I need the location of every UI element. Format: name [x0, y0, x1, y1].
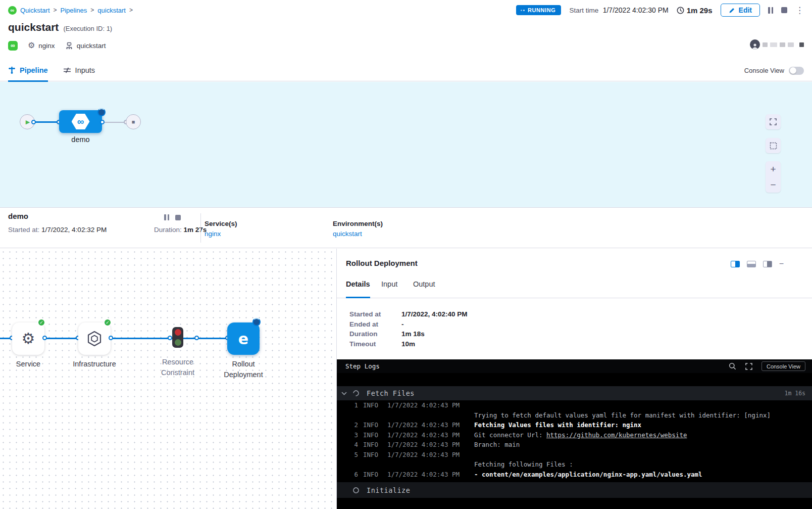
tab-details[interactable]: Details	[346, 280, 370, 298]
breadcrumb-pipelines[interactable]: Pipelines	[61, 7, 87, 14]
layout-bottom-icon[interactable]	[747, 261, 756, 267]
page-title: quickstart	[8, 21, 59, 33]
inputs-icon	[63, 67, 71, 74]
success-check-icon: ✓	[37, 318, 45, 327]
section-pending-icon	[352, 486, 361, 494]
log-line: 1INFO1/7/2022 4:02:43 PM	[337, 400, 812, 410]
step-label-service: Service	[0, 359, 59, 369]
environment-tag[interactable]: quickstart	[65, 42, 106, 50]
pause-pipeline-icon[interactable]	[768, 7, 773, 14]
service-gear-icon: ⚙	[22, 331, 35, 346]
header-bar: ∞ Quickstart > Pipelines > quickstart > …	[0, 0, 812, 20]
layout-right-icon[interactable]	[731, 261, 740, 267]
view-tabs: Pipeline Inputs Console View	[0, 60, 812, 81]
console-view-toggle[interactable]	[789, 67, 804, 75]
edge-infra-rc	[111, 338, 172, 339]
services-label: Service(s)	[205, 220, 237, 227]
breadcrumb-separator: >	[90, 7, 94, 14]
cd-stage-icon: ∞	[72, 114, 90, 129]
breadcrumb: ∞ Quickstart > Pipelines > quickstart >	[8, 6, 133, 15]
minimize-panel-icon[interactable]: −	[779, 260, 784, 268]
section-duration: 1m 16s	[784, 390, 805, 397]
tab-inputs[interactable]: Inputs	[63, 60, 95, 81]
harness-logo-icon: ∞	[8, 6, 17, 15]
stage-info-bar: demo Started at: 1/7/2022, 4:02:32 PM Du…	[0, 207, 812, 248]
edit-button[interactable]: Edit	[721, 4, 760, 17]
log-section-initialize[interactable]: Initialize	[337, 482, 812, 498]
fullscreen-button[interactable]	[766, 114, 781, 129]
redacted-text	[770, 42, 777, 47]
log-section-fetch-files[interactable]: Fetch Files 1m 16s	[337, 386, 812, 400]
search-icon[interactable]	[729, 362, 736, 370]
service-link[interactable]: nginx	[205, 230, 221, 238]
step-logs-title: Step Logs	[345, 362, 380, 370]
expand-logs-icon[interactable]	[745, 363, 752, 370]
log-line: 4INFO1/7/2022 4:02:43 PMBranch: main	[337, 440, 812, 450]
connector-dot	[168, 336, 172, 340]
connector-dot	[109, 336, 113, 340]
status-badge: RUNNING	[516, 5, 562, 15]
detail-row: Started at 1/7/2022, 4:02:40 PM	[349, 309, 468, 319]
step-detail-panel: Rollout Deployment − Details Input Outpu…	[336, 249, 812, 509]
redacted-text	[788, 42, 794, 47]
panel-tabs: Details Input Output	[337, 280, 812, 298]
redacted-text	[780, 42, 785, 47]
connector-dot	[194, 336, 199, 340]
stage-graph-canvas[interactable]: ▶ ∞ demo ■ + −	[0, 82, 812, 207]
breadcrumb-quickstart[interactable]: Quickstart	[20, 7, 50, 14]
pipeline-icon	[8, 66, 16, 74]
console-view-button[interactable]: Console View	[762, 361, 805, 371]
active-tab-underline	[346, 297, 370, 298]
divider	[200, 213, 201, 243]
detail-row: Ended at -	[349, 319, 468, 330]
git-url-link[interactable]: https://github.com/kubernetes/website	[546, 431, 687, 439]
redacted-text	[763, 42, 768, 47]
header-actions: RUNNING Start time 1/7/2022 4:02:30 PM 1…	[516, 4, 804, 17]
zoom-controls: + −	[766, 161, 781, 193]
tab-pipeline[interactable]: Pipeline	[8, 60, 48, 81]
tab-input[interactable]: Input	[381, 280, 397, 298]
success-check-icon: ✓	[104, 318, 112, 327]
play-icon: ▶	[26, 119, 30, 125]
stage-started-at: Started at: 1/7/2022, 4:02:32 PM	[8, 226, 107, 234]
edge-rc-rollout	[183, 338, 227, 339]
step-node-rollout-deployment[interactable]: e	[227, 322, 260, 355]
cd-module-icon: ∞	[8, 41, 18, 51]
log-line-continuation: Trying to fetch default values yaml file…	[337, 410, 812, 421]
step-logs-panel: Step Logs Console View Fetch Files 1m 16…	[337, 359, 812, 509]
selection-button[interactable]	[766, 138, 781, 153]
stage-controls	[164, 214, 181, 220]
step-node-resource-constraint[interactable]	[172, 327, 183, 348]
stage-duration: Duration: 1m 27s	[154, 226, 207, 234]
step-node-infrastructure[interactable]	[78, 322, 111, 355]
connector-dot	[100, 120, 105, 124]
log-line: 3INFO1/7/2022 4:02:43 PMGit connector Ur…	[337, 430, 812, 440]
kebab-menu-icon[interactable]: ⋮	[795, 6, 804, 15]
zoom-in-button[interactable]: +	[770, 164, 776, 174]
service-tag[interactable]: ⚙ nginx	[28, 41, 55, 50]
step-node-service[interactable]: ⚙	[12, 322, 44, 355]
environment-link[interactable]: quickstart	[333, 230, 362, 238]
zoom-out-button[interactable]: −	[770, 180, 776, 190]
title-row: quickstart (Execution ID: 1)	[8, 21, 112, 33]
pause-stage-icon[interactable]	[164, 214, 169, 220]
step-details: Started at 1/7/2022, 4:02:40 PM Ended at…	[349, 309, 468, 349]
pipeline-execution-page: ∞ Quickstart > Pipelines > quickstart > …	[0, 0, 812, 509]
layout-side-icon[interactable]	[763, 261, 772, 267]
clock-icon	[677, 7, 684, 14]
console-view-control: Console View	[744, 60, 804, 81]
panel-title: Rollout Deployment	[346, 259, 418, 267]
stop-stage-icon[interactable]	[175, 215, 181, 220]
tab-output[interactable]: Output	[413, 280, 435, 298]
step-graph-canvas[interactable]: ⚙ ✓ Service ✓ Infrastructure Resource Co…	[0, 249, 336, 509]
execution-id: (Execution ID: 1)	[63, 25, 112, 32]
log-line: 5INFO1/7/2022 4:02:43 PM	[337, 450, 812, 460]
breadcrumb-pipeline-name[interactable]: quickstart	[97, 7, 126, 14]
infrastructure-hexagon-icon	[87, 331, 102, 347]
stop-pipeline-icon[interactable]	[781, 7, 787, 13]
environments-label: Environment(s)	[333, 220, 383, 227]
pipeline-end-node[interactable]: ■	[126, 114, 141, 129]
stage-node-demo[interactable]: ∞	[59, 110, 102, 133]
section-running-spinner-icon	[352, 389, 361, 398]
log-line: 6INFO1/7/2022 4:02:43 PM- content/en/exa…	[337, 470, 812, 480]
